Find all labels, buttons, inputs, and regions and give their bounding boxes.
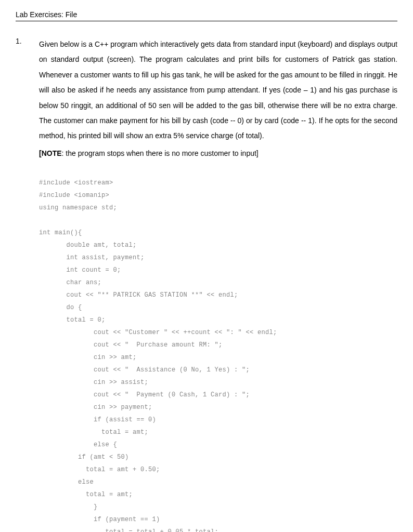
note-text: : the program stops when there is no mor…: [62, 149, 259, 157]
page-title: Lab Exercises: File: [16, 10, 397, 19]
note-label: [NOTE: [39, 149, 62, 157]
question-note: [NOTE: the program stops when there is n…: [39, 146, 397, 161]
question-body: Given below is a C++ program which inter…: [39, 37, 397, 532]
header-divider: [16, 21, 397, 21]
question-number: 1.: [16, 37, 39, 532]
code-listing: #include <iostream> #include <iomanip> u…: [39, 177, 397, 532]
question-paragraph: Given below is a C++ program which inter…: [39, 37, 397, 144]
content-area: 1. Given below is a C++ program which in…: [16, 37, 397, 532]
